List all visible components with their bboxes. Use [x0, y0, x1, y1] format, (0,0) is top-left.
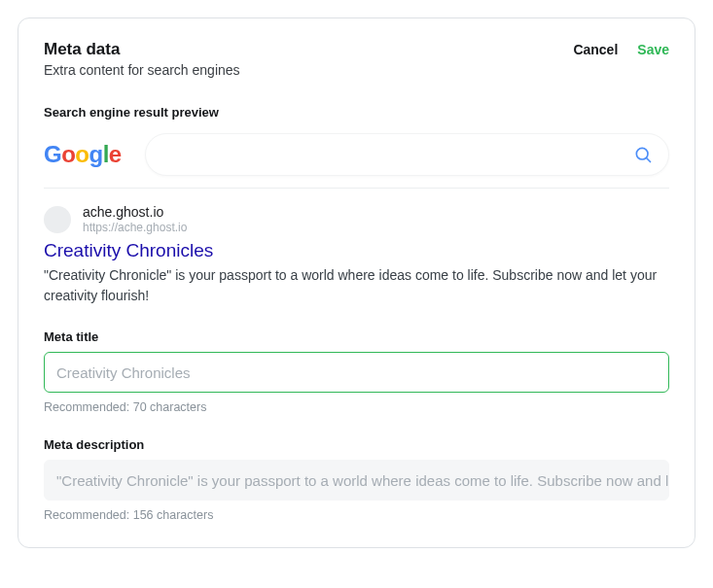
panel-title-block: Meta data Extra content for search engin…: [44, 40, 573, 78]
serp-divider: [44, 188, 669, 189]
panel-title: Meta data: [44, 40, 573, 59]
serp-title: Creativity Chronicles: [44, 240, 669, 261]
serp-description: "Creativity Chronicle" is your passport …: [44, 265, 669, 306]
save-button[interactable]: Save: [637, 42, 669, 57]
meta-title-helper: Recommended: 70 characters: [44, 400, 669, 414]
panel-subtitle: Extra content for search engines: [44, 62, 573, 78]
meta-description-helper: Recommended: 156 characters: [44, 508, 669, 522]
serp-searchbar: [145, 133, 669, 176]
google-logo: Google: [44, 141, 122, 168]
meta-description-label: Meta description: [44, 437, 669, 452]
serp-domain: ache.ghost.io: [83, 204, 187, 221]
meta-description-placeholder: "Creativity Chronicle" is your passport …: [56, 472, 669, 489]
serp-url: https://ache.ghost.io: [83, 221, 187, 234]
serp-favicon: [44, 206, 71, 233]
serp-site-row: ache.ghost.io https://ache.ghost.io: [44, 204, 669, 234]
panel-header: Meta data Extra content for search engin…: [44, 40, 669, 78]
search-icon: [633, 145, 653, 164]
meta-title-input[interactable]: [44, 352, 669, 393]
serp-section-label: Search engine result preview: [44, 105, 669, 120]
panel-actions: Cancel Save: [573, 40, 669, 57]
serp-searchbar-row: Google: [44, 133, 669, 176]
meta-title-label: Meta title: [44, 329, 669, 344]
svg-line-1: [647, 158, 651, 162]
meta-description-input[interactable]: "Creativity Chronicle" is your passport …: [44, 460, 669, 501]
meta-data-panel: Meta data Extra content for search engin…: [18, 17, 695, 548]
cancel-button[interactable]: Cancel: [573, 42, 618, 57]
serp-site-text: ache.ghost.io https://ache.ghost.io: [83, 204, 187, 234]
serp-result: ache.ghost.io https://ache.ghost.io Crea…: [44, 204, 669, 306]
